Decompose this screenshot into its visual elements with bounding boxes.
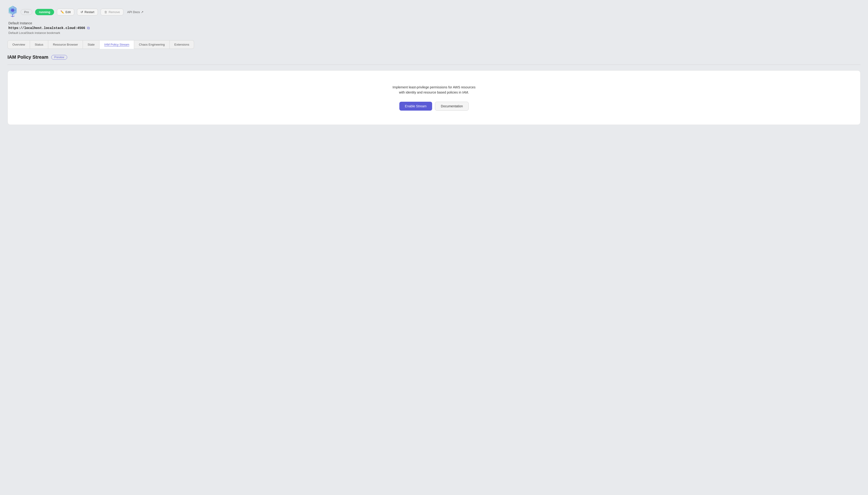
logo [7,6,18,18]
tab-status[interactable]: Status [30,40,48,49]
page-title: IAM Policy Stream [7,54,48,60]
restart-icon: ↺ [81,10,83,14]
edit-icon: ✏️ [60,10,64,14]
tab-state[interactable]: State [83,40,99,49]
tab-extensions[interactable]: Extensions [170,40,194,49]
trash-icon: 🗑 [104,10,107,14]
external-link-icon: ↗ [141,10,144,14]
card-description: Implement least-privilege permissions fo… [393,85,475,95]
tabs-nav: Overview Status Resource Browser State I… [7,40,861,49]
edit-button[interactable]: ✏️ Edit [57,8,74,15]
card-buttons: Enable Stream Documentation [399,102,469,110]
documentation-button[interactable]: Documentation [435,102,469,110]
pro-badge[interactable]: Pro [21,9,32,15]
instance-info: Default Instance https://localhost.local… [9,21,861,35]
enable-stream-button[interactable]: Enable Stream [399,102,432,110]
iam-policy-stream-card: Implement least-privilege permissions fo… [7,70,861,125]
running-badge: running [35,9,54,15]
instance-url: https://localhost.localstack.cloud:4566 [9,26,85,30]
bookmark-text: Default LocalStack instance bookmark [9,31,861,35]
tab-iam-policy-stream[interactable]: IAM Policy Stream [99,40,134,49]
tab-resource-browser[interactable]: Resource Browser [48,40,83,49]
tab-overview[interactable]: Overview [7,40,30,49]
remove-button[interactable]: 🗑 Remove [101,8,124,15]
instance-name: Default Instance [9,21,861,25]
preview-badge: Preview [51,55,67,59]
restart-button[interactable]: ↺ Restart [77,8,98,15]
copy-icon[interactable]: ⧉ [87,26,89,30]
api-docs-link[interactable]: API Docs ↗ [127,10,143,14]
divider [7,65,861,65]
tab-chaos-engineering[interactable]: Chaos Engineering [134,40,170,49]
